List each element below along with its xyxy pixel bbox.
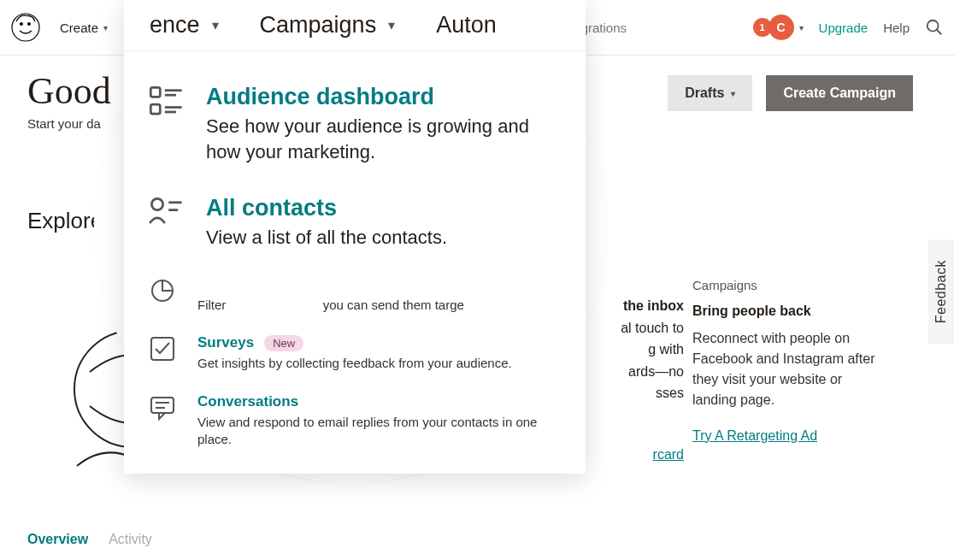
notification-badge: 1: [753, 18, 772, 37]
audience-dropdown: ence▾ Campaigns▾ Auton Audience dashboar…: [124, 0, 586, 474]
tab-activity[interactable]: Activity: [109, 532, 152, 547]
create-campaign-button[interactable]: Create Campaign: [766, 75, 913, 111]
dropdown-head-audience[interactable]: ence▾: [150, 12, 219, 38]
nav-create-label: Create: [60, 21, 98, 35]
surveys-icon: [148, 334, 177, 363]
promo-card-title: Bring people back: [692, 301, 880, 321]
svg-point-21: [151, 199, 162, 210]
chevron-down-icon: ▾: [212, 17, 219, 33]
page-actions: Drafts ▾ Create Campaign: [668, 75, 913, 111]
dropdown-item-all-contacts[interactable]: All contacts View a list of all the cont…: [148, 180, 562, 266]
dropdown-item-audience-dashboard[interactable]: Audience dashboard See how your audience…: [148, 68, 562, 180]
dropdown-item-desc: View a list of all the contacts.: [206, 225, 447, 251]
drafts-button[interactable]: Drafts ▾: [668, 75, 752, 111]
dropdown-item-surveys[interactable]: Surveys New Get insights by collecting f…: [148, 324, 562, 382]
avatar: C: [768, 15, 794, 40]
peek-cta[interactable]: rcard: [653, 447, 684, 462]
svg-rect-25: [151, 338, 174, 360]
chevron-down-icon: ▾: [799, 23, 804, 32]
dropdown-item-segments[interactable]: Segments Filter contacts so that you can…: [148, 266, 562, 324]
feedback-tab[interactable]: Feedback: [928, 239, 954, 344]
conversations-icon: [148, 393, 177, 422]
promo-card-campaigns: Campaigns Bring people back Reconnect wi…: [692, 276, 880, 446]
contacts-icon: [148, 195, 186, 233]
dropdown-item-conversations[interactable]: Conversations View and respond to email …: [148, 383, 562, 459]
mailchimp-icon: [10, 12, 41, 43]
chevron-down-icon: ▾: [388, 17, 395, 33]
chevron-down-icon: ▾: [103, 23, 108, 32]
promo-card-cta[interactable]: Try A Retargeting Ad: [692, 428, 817, 443]
new-badge: New: [264, 335, 303, 351]
dropdown-head: ence▾ Campaigns▾ Auton: [124, 0, 586, 51]
chevron-down-icon: ▾: [731, 89, 735, 98]
brand-logo[interactable]: [10, 12, 41, 43]
promo-card-desc: Reconnect with people on Facebook and In…: [692, 328, 880, 410]
tab-overview[interactable]: Overview: [27, 532, 88, 547]
drafts-label: Drafts: [685, 85, 724, 101]
svg-point-0: [12, 14, 39, 41]
dropdown-item-title: Audience dashboard: [206, 84, 562, 110]
content-tabs: Overview Activity: [27, 532, 152, 547]
dropdown-head-campaigns[interactable]: Campaigns▾: [260, 12, 396, 38]
promo-card-category: Campaigns: [692, 276, 880, 296]
svg-rect-15: [150, 87, 160, 97]
svg-rect-26: [151, 398, 174, 413]
nav-create[interactable]: Create ▾: [51, 15, 116, 40]
dropdown-head-automations[interactable]: Auton: [436, 12, 497, 38]
upgrade-link[interactable]: Upgrade: [819, 21, 869, 35]
svg-point-1: [20, 22, 23, 26]
dropdown-item-title: Surveys New: [197, 334, 512, 351]
help-link[interactable]: Help: [883, 21, 910, 35]
dropdown-item-desc: Get insights by collecting feedback from…: [197, 355, 512, 372]
segments-icon: [148, 276, 177, 305]
dropdown-item-desc: View and respond to email replies from y…: [197, 414, 562, 449]
dropdown-item-desc: Filter contacts so that you can send the…: [197, 297, 464, 314]
dashboard-icon: [148, 84, 186, 121]
svg-point-2: [27, 22, 31, 26]
svg-line-4: [937, 30, 942, 35]
svg-rect-16: [150, 104, 160, 114]
search-icon[interactable]: [925, 18, 944, 37]
svg-point-3: [928, 21, 939, 32]
dropdown-item-desc: See how your audience is growing and how…: [206, 114, 562, 164]
account-switcher[interactable]: 1 C ▾: [753, 15, 804, 40]
dropdown-item-title: Conversations: [197, 393, 562, 410]
dropdown-item-title: All contacts: [206, 195, 447, 221]
